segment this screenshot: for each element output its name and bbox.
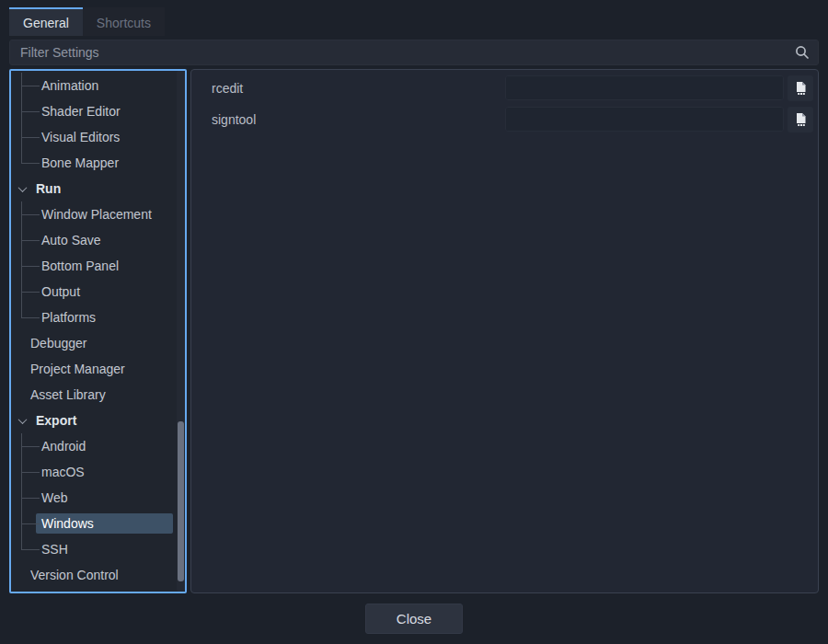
tree-item-label: Project Manager	[25, 359, 131, 379]
tree-item-label: SSH	[36, 539, 74, 559]
tree-item-label: Auto Save	[36, 230, 107, 250]
tree-item-windows[interactable]: Windows	[11, 511, 185, 536]
file-icon	[794, 112, 808, 127]
tree-item-shader-editor[interactable]: Shader Editor	[11, 98, 185, 124]
setting-label: rcedit	[212, 81, 505, 96]
tree-item-window-placement[interactable]: Window Placement	[11, 201, 185, 227]
tree-item-label: Output	[36, 282, 86, 302]
chevron-down-icon[interactable]	[15, 181, 29, 196]
tree-item-debugger[interactable]: Debugger	[11, 330, 185, 356]
tree-item-label: Bottom Panel	[36, 256, 124, 276]
setting-input-rcedit[interactable]	[505, 75, 784, 100]
tab-bar: GeneralShortcuts	[9, 7, 819, 36]
tree-item-label: Platforms	[36, 307, 101, 328]
search-icon	[794, 44, 811, 61]
tree-item-label: Animation	[36, 75, 104, 96]
dialog-footer: Close	[0, 593, 828, 644]
tree-item-label: Run	[30, 178, 66, 199]
tree-item-label: Windows	[36, 513, 173, 534]
settings-tree-panel: AnimationShader EditorVisual EditorsBone…	[9, 69, 187, 593]
tree-item-label: macOS	[36, 462, 90, 482]
tree-item-run[interactable]: Run	[11, 176, 185, 201]
setting-row-signtool: signtool	[191, 106, 813, 132]
tree-item-label: Asset Library	[25, 385, 111, 405]
chevron-down-icon[interactable]	[15, 413, 29, 428]
tree-item-export[interactable]: Export	[11, 408, 185, 433]
close-button[interactable]: Close	[365, 604, 463, 634]
tree-item-asset-library[interactable]: Asset Library	[11, 382, 185, 408]
tab-general[interactable]: General	[9, 7, 83, 36]
tree-item-label: Android	[36, 436, 91, 456]
tree-item-label: Shader Editor	[36, 101, 126, 121]
browse-file-button-signtool[interactable]	[788, 107, 813, 132]
tree-item-bottom-panel[interactable]: Bottom Panel	[11, 253, 185, 279]
settings-content: AnimationShader EditorVisual EditorsBone…	[9, 69, 819, 593]
tree-item-label: Export	[30, 410, 82, 431]
browse-file-button-rcedit[interactable]	[788, 75, 813, 101]
settings-tree: AnimationShader EditorVisual EditorsBone…	[11, 71, 185, 592]
tab-shortcuts[interactable]: Shortcuts	[83, 7, 165, 36]
tree-item-label: Web	[36, 488, 74, 508]
tree-item-android[interactable]: Android	[11, 433, 185, 459]
tree-item-visual-editors[interactable]: Visual Editors	[11, 124, 185, 150]
tree-item-label: Debugger	[25, 333, 93, 353]
tree-item-platforms[interactable]: Platforms	[11, 305, 185, 330]
setting-row-rcedit: rcedit	[191, 75, 813, 101]
tree-item-project-manager[interactable]: Project Manager	[11, 356, 185, 382]
tree-item-web[interactable]: Web	[11, 485, 185, 511]
settings-properties-panel: rceditsigntool	[190, 69, 819, 593]
tree-item-animation[interactable]: Animation	[11, 73, 185, 98]
tree-item-macos[interactable]: macOS	[11, 459, 185, 485]
tree-item-ssh[interactable]: SSH	[11, 536, 185, 562]
tree-item-bone-mapper[interactable]: Bone Mapper	[11, 150, 185, 176]
tree-item-label: Version Control	[25, 565, 124, 585]
tree-item-auto-save[interactable]: Auto Save	[11, 227, 185, 253]
tree-item-label: Bone Mapper	[36, 153, 124, 173]
tree-item-label: Visual Editors	[36, 127, 125, 147]
tree-item-label: Window Placement	[36, 204, 157, 224]
filter-bar	[9, 40, 819, 65]
tree-scrollbar[interactable]	[177, 71, 185, 592]
setting-label: signtool	[212, 112, 505, 127]
tree-item-version-control[interactable]: Version Control	[11, 562, 185, 588]
setting-input-signtool[interactable]	[505, 107, 784, 132]
file-icon	[794, 81, 808, 96]
filter-settings-input[interactable]	[9, 40, 819, 65]
tree-item-output[interactable]: Output	[11, 279, 185, 305]
tree-scrollbar-thumb[interactable]	[178, 421, 184, 581]
